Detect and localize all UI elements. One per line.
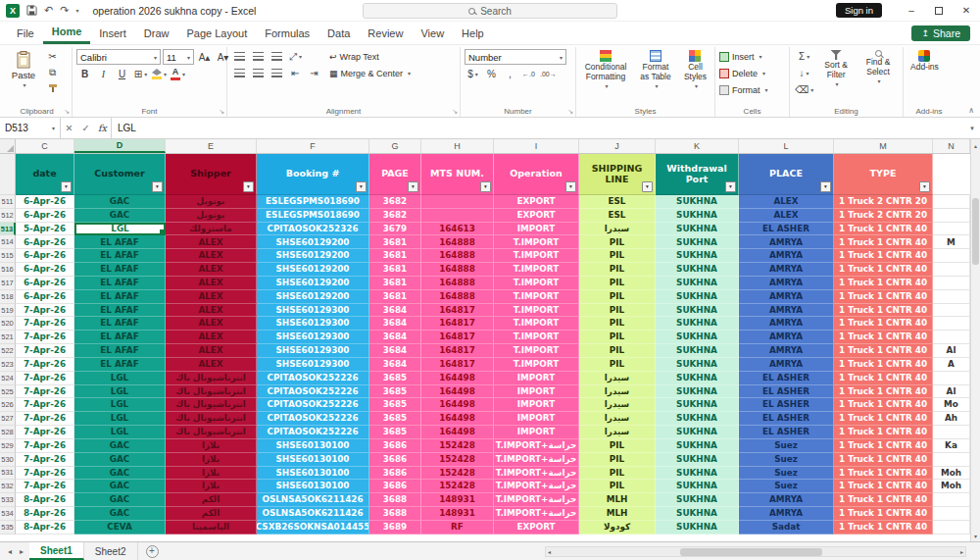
cell-D522[interactable]: EL AFAF [74,344,166,358]
cell-F523[interactable]: SHSE60129300 [257,358,369,372]
cell-E532[interactable]: بلازا [166,480,257,493]
cell-L514[interactable]: AMRYA [739,235,834,249]
cell-F514[interactable]: SHSE60129200 [257,235,369,249]
save-icon[interactable] [26,5,37,16]
cell-J534[interactable]: MLH [579,507,656,521]
cell-F532[interactable]: SHSE60130100 [257,480,369,493]
cell-H530[interactable]: 152428 [421,453,494,467]
cell-N534[interactable] [933,507,970,521]
cell-I517[interactable]: T.IMPORT [494,277,579,290]
scroll-down-icon[interactable]: ▾ [971,530,980,541]
cell-C529[interactable]: 7-Apr-26 [16,439,74,453]
copy-icon[interactable]: ⧉ [44,65,61,79]
cell-F513[interactable]: CPITAOSOK252326 [257,223,369,236]
row-header-523[interactable]: 523 [0,358,16,372]
row-header-525[interactable]: 525 [0,385,16,399]
italic-button[interactable]: I [95,67,112,81]
cell-I513[interactable]: IMPORT [494,223,579,236]
cell-K533[interactable]: SUKHNA [656,493,739,507]
percent-style-icon[interactable]: % [483,67,500,81]
filter-button-F[interactable]: ▾ [356,181,367,192]
row-header-512[interactable]: 512 [0,209,16,223]
cell-I527[interactable]: IMPORT [494,412,579,426]
decrease-decimal-icon[interactable]: .00→ [539,67,558,81]
cell-K518[interactable]: SUKHNA [656,290,739,304]
cell-L515[interactable]: AMRYA [739,249,834,263]
cell-L516[interactable]: AMRYA [739,263,834,277]
cell-I525[interactable]: IMPORT [494,385,579,399]
align-left-icon[interactable] [231,66,248,80]
cell-N528[interactable] [933,426,970,439]
cell-C527[interactable]: 7-Apr-26 [16,412,74,426]
cell-G520[interactable]: 3684 [369,317,421,331]
cell-C525[interactable]: 7-Apr-26 [16,385,74,399]
cell-H529[interactable]: 152428 [421,439,494,453]
font-size-select[interactable]: 11▾ [163,49,194,65]
cell-N522[interactable]: Al [933,344,970,358]
align-bottom-icon[interactable] [269,49,285,64]
cell-C520[interactable]: 7-Apr-26 [16,317,74,331]
cell-H513[interactable]: 164613 [421,223,494,236]
cell-D532[interactable]: GAC [74,480,166,493]
row-header-526[interactable]: 526 [0,398,16,412]
cell-C517[interactable]: 6-Apr-26 [16,277,74,290]
menu-tab-file[interactable]: File [8,22,43,44]
cell-E524[interactable]: انترناشيونال باك [166,372,257,385]
cell-G534[interactable]: 3688 [369,507,421,521]
cell-C535[interactable]: 8-Apr-26 [16,521,74,535]
number-dialog-launcher-icon[interactable]: ↘ [567,108,573,115]
cell-F517[interactable]: SHSE60129200 [257,277,369,290]
cell-J533[interactable]: MLH [579,493,656,507]
filter-button-E[interactable]: ▾ [243,181,254,192]
cell-H511[interactable] [421,195,494,209]
decrease-indent-icon[interactable]: ⇤ [287,66,304,80]
cell-N530[interactable] [933,453,970,467]
cell-E528[interactable]: انترناشيونال باك [166,426,257,439]
cell-N532[interactable]: Moh [933,480,970,493]
qat-customize-caret-icon[interactable]: ▾ [75,7,78,14]
cell-G521[interactable]: 3684 [369,331,421,344]
cell-D515[interactable]: EL AFAF [74,249,166,263]
cell-I516[interactable]: T.IMPORT [494,263,579,277]
cell-C531[interactable]: 7-Apr-26 [16,467,74,481]
cell-E516[interactable]: ALEX [166,263,257,277]
menu-tab-page-layout[interactable]: Page Layout [177,22,256,44]
cell-G523[interactable]: 3684 [369,358,421,372]
cell-J523[interactable]: PIL [579,358,656,372]
filter-button-D[interactable]: ▾ [152,181,163,192]
cell-E535[interactable]: الياسمينا [166,521,257,535]
cell-G535[interactable]: 3689 [369,521,421,535]
cell-C514[interactable]: 6-Apr-26 [16,235,74,249]
cell-M520[interactable]: 1 Truck 1 CNTR 40 [834,317,933,331]
cell-J535[interactable]: كودولا [579,521,656,535]
cell-F515[interactable]: SHSE60129200 [257,249,369,263]
cell-D525[interactable]: LGL [74,385,166,399]
cell-H526[interactable]: 164498 [421,398,494,412]
cell-F534[interactable]: OSLNSA5OK6211426 [257,507,369,521]
format-as-table-button[interactable]: Format as Table ▾ [634,49,677,90]
increase-decimal-icon[interactable]: ←.0 [520,67,537,81]
menu-tab-data[interactable]: Data [318,22,359,44]
cell-N523[interactable]: A [933,358,970,372]
insert-cells-button[interactable]: Insert▾ [719,49,768,64]
find-select-button[interactable]: Find & Select ▾ [858,49,899,85]
cell-G512[interactable]: 3682 [369,209,421,223]
cell-M513[interactable]: 1 Truck 1 CNTR 40 [834,223,933,236]
cell-N511[interactable] [933,195,970,209]
cell-M515[interactable]: 1 Truck 1 CNTR 40 [834,249,933,263]
scroll-right-icon[interactable]: ▸ [958,548,965,555]
cell-E527[interactable]: انترناشيونال باك [166,412,257,426]
cell-K530[interactable]: SUKHNA [656,453,739,467]
column-header-C[interactable]: C [16,139,74,153]
cell-G513[interactable]: 3679 [369,223,421,236]
cell-F530[interactable]: SHSE60130100 [257,453,369,467]
cell-E522[interactable]: ALEX [166,344,257,358]
cell-C524[interactable]: 7-Apr-26 [16,372,74,385]
cell-D524[interactable]: LGL [74,372,166,385]
filter-button-M[interactable]: ▾ [919,181,930,192]
select-all-corner[interactable] [0,139,16,153]
cell-L523[interactable]: AMRYA [739,358,834,372]
cell-I522[interactable]: T.IMPORT [494,344,579,358]
sort-filter-button[interactable]: Sort & Filter ▾ [817,49,855,88]
cell-M532[interactable]: 1 Truck 1 CNTR 40 [834,480,933,493]
